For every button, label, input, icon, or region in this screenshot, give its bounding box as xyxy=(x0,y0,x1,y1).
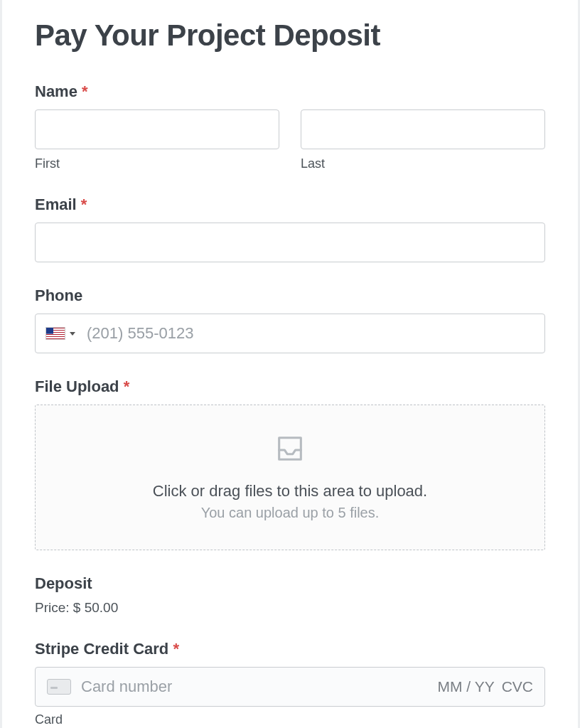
name-field: Name * First Last xyxy=(35,82,545,171)
credit-card-icon xyxy=(47,679,71,695)
us-flag-icon xyxy=(45,327,65,340)
page-title: Pay Your Project Deposit xyxy=(35,18,545,53)
email-field: Email * xyxy=(35,196,545,262)
name-label-text: Name xyxy=(35,82,77,100)
deposit-price-text: Price: $ 50.00 xyxy=(35,600,545,616)
file-upload-field: File Upload * Click or drag files to thi… xyxy=(35,378,545,550)
first-name-sublabel: First xyxy=(35,156,279,171)
email-required-mark: * xyxy=(81,196,87,213)
card-expiry-cvc-hint[interactable]: MM / YYCVC xyxy=(438,678,533,695)
phone-input-wrapper xyxy=(35,314,545,353)
card-label: Stripe Credit Card * xyxy=(35,640,545,658)
phone-field: Phone xyxy=(35,287,545,353)
card-input-wrapper: MM / YYCVC xyxy=(35,667,545,707)
last-name-input[interactable] xyxy=(301,109,545,149)
email-input[interactable] xyxy=(35,223,545,262)
deposit-label: Deposit xyxy=(35,574,545,593)
inbox-icon xyxy=(274,432,306,468)
card-expiry-placeholder: MM / YY xyxy=(438,678,495,695)
phone-input[interactable] xyxy=(84,314,544,353)
phone-label: Phone xyxy=(35,287,545,305)
upload-instruction-text: Click or drag files to this area to uplo… xyxy=(50,482,530,500)
card-label-text: Stripe Credit Card xyxy=(35,640,168,658)
deposit-form-page: Pay Your Project Deposit Name * First La… xyxy=(0,0,580,728)
email-label-text: Email xyxy=(35,196,77,213)
country-select-button[interactable] xyxy=(36,314,84,353)
card-field: Stripe Credit Card * MM / YYCVC Card xyxy=(35,640,545,727)
card-number-input[interactable] xyxy=(81,678,428,696)
file-upload-dropzone[interactable]: Click or drag files to this area to uplo… xyxy=(35,405,545,550)
name-required-mark: * xyxy=(82,82,88,100)
card-cvc-placeholder: CVC xyxy=(502,678,533,695)
file-upload-label-text: File Upload xyxy=(35,378,119,395)
file-upload-required-mark: * xyxy=(124,378,130,395)
email-label: Email * xyxy=(35,196,545,214)
card-sublabel: Card xyxy=(35,712,545,727)
last-name-sublabel: Last xyxy=(301,156,545,171)
deposit-field: Deposit Price: $ 50.00 xyxy=(35,574,545,616)
file-upload-label: File Upload * xyxy=(35,378,545,396)
first-name-input[interactable] xyxy=(35,109,279,149)
name-label: Name * xyxy=(35,82,545,101)
upload-limit-text: You can upload up to 5 files. xyxy=(50,505,530,521)
chevron-down-icon xyxy=(70,332,75,336)
card-required-mark: * xyxy=(173,640,179,658)
